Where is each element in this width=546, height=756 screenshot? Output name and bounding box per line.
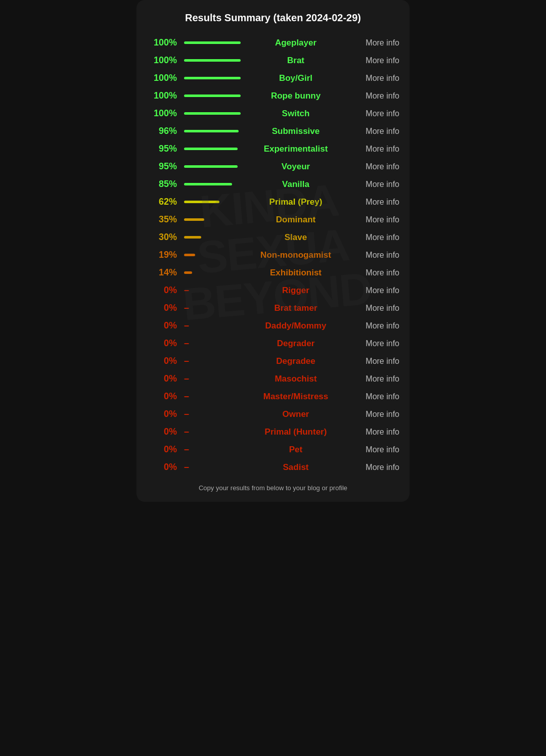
more-info-button[interactable]: More info [344, 321, 399, 330]
result-percentage: 96% [147, 126, 177, 136]
more-info-button[interactable]: More info [344, 304, 399, 313]
results-container: KINDASEXUABEYOND Results Summary (taken … [136, 0, 410, 502]
result-percentage: 95% [147, 144, 177, 154]
zero-bar-dash: – [184, 285, 189, 296]
result-label: Sadist [248, 462, 344, 472]
more-info-button[interactable]: More info [344, 38, 399, 48]
zero-bar-dash: – [184, 373, 189, 384]
result-row: 0%–RiggerMore info [145, 281, 401, 299]
result-percentage: 100% [147, 73, 177, 83]
result-label: Primal (Prey) [248, 197, 344, 207]
result-percentage: 0% [147, 409, 177, 419]
result-percentage: 100% [147, 108, 177, 119]
bar-container [177, 165, 248, 168]
result-percentage: 0% [147, 320, 177, 331]
more-info-button[interactable]: More info [344, 215, 399, 224]
result-label: Ageplayer [248, 38, 344, 48]
result-label: Exhibitionist [248, 268, 344, 278]
result-row: 0%–Daddy/MommyMore info [145, 317, 401, 335]
more-info-button[interactable]: More info [344, 74, 399, 83]
result-row: 85%VanillaMore info [145, 175, 401, 193]
more-info-button[interactable]: More info [344, 56, 399, 65]
result-percentage: 85% [147, 179, 177, 190]
more-info-button[interactable]: More info [344, 233, 399, 242]
bar-container [177, 254, 248, 256]
result-percentage: 100% [147, 90, 177, 101]
result-row: 0%–MasochistMore info [145, 370, 401, 388]
result-percentage: 62% [147, 197, 177, 207]
result-percentage: 0% [147, 444, 177, 455]
more-info-button[interactable]: More info [344, 374, 399, 384]
result-label: Boy/Girl [248, 73, 344, 83]
result-bar [184, 77, 241, 79]
result-row: 95%ExperimentalistMore info [145, 140, 401, 158]
bar-container: – [177, 285, 248, 296]
more-info-button[interactable]: More info [344, 463, 399, 472]
bar-container: – [177, 427, 248, 437]
result-percentage: 0% [147, 338, 177, 349]
result-bar [184, 165, 238, 168]
more-info-button[interactable]: More info [344, 127, 399, 136]
result-percentage: 95% [147, 161, 177, 172]
result-row: 62%Primal (Prey)More info [145, 193, 401, 211]
zero-bar-dash: – [184, 462, 189, 472]
bar-container [177, 112, 248, 115]
zero-bar-dash: – [184, 338, 189, 349]
page-title: Results Summary (taken 2024-02-29) [145, 12, 401, 24]
more-info-button[interactable]: More info [344, 109, 399, 118]
more-info-button[interactable]: More info [344, 410, 399, 419]
result-label: Brat [248, 56, 344, 66]
result-label: Daddy/Mommy [248, 321, 344, 331]
result-bar [184, 112, 241, 115]
bar-container [177, 130, 248, 132]
more-info-button[interactable]: More info [344, 180, 399, 189]
more-info-button[interactable]: More info [344, 268, 399, 277]
bar-container [177, 41, 248, 44]
bar-container: – [177, 356, 248, 366]
more-info-button[interactable]: More info [344, 145, 399, 154]
result-label: Masochist [248, 374, 344, 384]
zero-bar-dash: – [184, 444, 189, 455]
result-label: Rope bunny [248, 91, 344, 101]
result-percentage: 35% [147, 214, 177, 225]
result-row: 100%AgeplayerMore info [145, 34, 401, 52]
result-percentage: 30% [147, 232, 177, 243]
result-label: Vanilla [248, 179, 344, 190]
result-bar [184, 148, 238, 150]
bar-container [177, 236, 248, 239]
more-info-button[interactable]: More info [344, 428, 399, 437]
result-row: 0%–Primal (Hunter)More info [145, 423, 401, 441]
bar-container: – [177, 444, 248, 455]
result-bar [184, 183, 232, 185]
result-label: Pet [248, 445, 344, 455]
bar-container [177, 94, 248, 97]
bar-container: – [177, 391, 248, 402]
result-row: 35%DominantMore info [145, 211, 401, 228]
more-info-button[interactable]: More info [344, 339, 399, 348]
result-percentage: 0% [147, 373, 177, 384]
result-row: 100%BratMore info [145, 52, 401, 69]
result-label: Non-monogamist [248, 250, 344, 260]
result-row: 0%–Master/MistressMore info [145, 388, 401, 405]
result-bar [184, 271, 192, 274]
zero-bar-dash: – [184, 320, 189, 331]
result-percentage: 0% [147, 462, 177, 472]
more-info-button[interactable]: More info [344, 445, 399, 454]
result-percentage: 0% [147, 391, 177, 402]
more-info-button[interactable]: More info [344, 162, 399, 171]
more-info-button[interactable]: More info [344, 357, 399, 366]
bar-container: – [177, 409, 248, 419]
result-bar [184, 130, 239, 132]
zero-bar-dash: – [184, 303, 189, 313]
result-percentage: 0% [147, 303, 177, 313]
more-info-button[interactable]: More info [344, 198, 399, 207]
more-info-button[interactable]: More info [344, 91, 399, 101]
more-info-button[interactable]: More info [344, 392, 399, 401]
result-row: 100%Rope bunnyMore info [145, 87, 401, 105]
more-info-button[interactable]: More info [344, 251, 399, 260]
result-row: 14%ExhibitionistMore info [145, 264, 401, 281]
zero-bar-dash: – [184, 356, 189, 366]
more-info-button[interactable]: More info [344, 286, 399, 295]
result-label: Dominant [248, 215, 344, 225]
result-bar [184, 41, 241, 44]
